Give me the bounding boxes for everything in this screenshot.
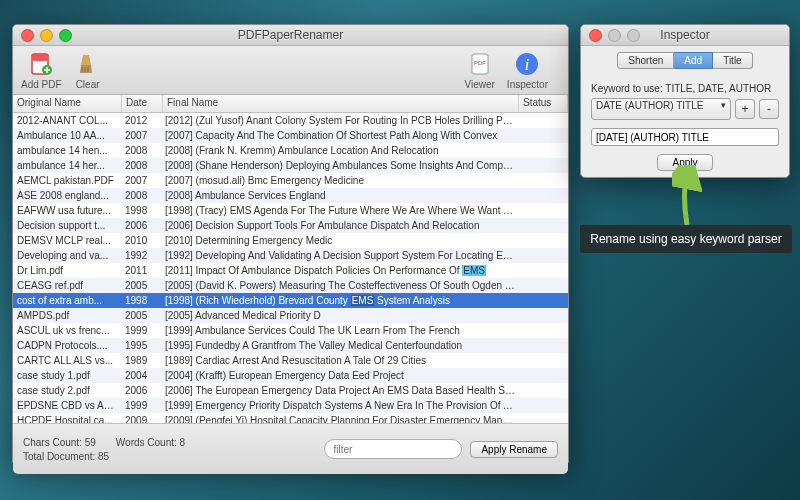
minus-button[interactable]: - — [759, 99, 779, 119]
chars-count: Chars Count: 59 — [23, 437, 96, 448]
table-row[interactable]: ambulance 14 her...2008[2008] (Shane Hen… — [13, 158, 568, 173]
svg-text:PDF: PDF — [474, 60, 486, 66]
cell-final: [2008] (Shane Henderson) Deploying Ambul… — [161, 159, 520, 172]
cell-original: Ambulance 10 AA... — [13, 129, 121, 142]
cell-date: 2010 — [121, 234, 161, 247]
cell-status — [520, 360, 568, 362]
add-pdf-label: Add PDF — [21, 79, 62, 90]
inspector-titlebar[interactable]: Inspector — [581, 25, 789, 46]
table-row[interactable]: ambulance 14 hen...2008[2008] (Frank N. … — [13, 143, 568, 158]
cell-date: 2008 — [121, 159, 161, 172]
cell-date: 2007 — [121, 174, 161, 187]
cell-final: [2008] (Frank N. Kremm) Ambulance Locati… — [161, 144, 520, 157]
table-row[interactable]: CADPN Protocols....1995[1995] Fundedby A… — [13, 338, 568, 353]
cell-final: [2007] (mosud.ali) Bmc Emergency Medicin… — [161, 174, 520, 187]
inspector-apply-button[interactable]: Apply — [657, 154, 712, 171]
cell-status — [520, 225, 568, 227]
table-row[interactable]: CARTC ALL ALS vs...1989[1989] Cardiac Ar… — [13, 353, 568, 368]
table-row[interactable]: 2012-ANANT COL...2012[2012] (Zul Yusof) … — [13, 113, 568, 128]
cell-status — [520, 180, 568, 182]
cell-date: 2009 — [121, 414, 161, 424]
apply-rename-button[interactable]: Apply Rename — [470, 441, 558, 458]
cell-original: AMPDS.pdf — [13, 309, 121, 322]
cell-final: [1989] Cardiac Arrest And Resuscitation … — [161, 354, 520, 367]
table-row[interactable]: CEASG ref.pdf2005[2005] (David K. Powers… — [13, 278, 568, 293]
cell-status — [520, 375, 568, 377]
cell-original: Decision support t... — [13, 219, 121, 232]
inspector-button[interactable]: i Inspector — [507, 50, 548, 90]
cell-original: AEMCL pakistan.PDF — [13, 174, 121, 187]
inspector-body: Keyword to use: TITLE, DATE, AUTHOR DATE… — [581, 75, 789, 179]
inspector-title: Inspector — [581, 28, 789, 42]
words-count: Words Count: 8 — [116, 437, 185, 448]
status-bar: Chars Count: 59 Words Count: 8 Total Doc… — [13, 424, 568, 474]
table-row[interactable]: case study 1.pdf2004[2004] (Krafft) Euro… — [13, 368, 568, 383]
table-row[interactable]: DEMSV MCLP real...2010[2010] Determining… — [13, 233, 568, 248]
table-row[interactable]: case study 2.pdf2006[2006] The European … — [13, 383, 568, 398]
cell-original: cost of extra amb... — [13, 294, 121, 307]
col-final[interactable]: Final Name — [163, 95, 519, 112]
cell-date: 2005 — [121, 309, 161, 322]
cell-date: 2012 — [121, 114, 161, 127]
table-row[interactable]: ASE 2008 england...2008[2008] Ambulance … — [13, 188, 568, 203]
cell-date: 1998 — [121, 294, 161, 307]
cell-final: [1999] Emergency Priority Dispatch Syste… — [161, 399, 520, 412]
cell-date: 2011 — [121, 264, 161, 277]
cell-original: CARTC ALL ALS vs... — [13, 354, 121, 367]
cell-status — [520, 390, 568, 392]
cell-final: [2005] Advanced Medical Priority D — [161, 309, 520, 322]
cell-status — [520, 405, 568, 407]
tab-title[interactable]: Title — [713, 52, 753, 69]
clear-label: Clear — [76, 79, 100, 90]
col-status[interactable]: Status — [519, 95, 568, 112]
cell-original: 2012-ANANT COL... — [13, 114, 121, 127]
format-input[interactable] — [591, 128, 779, 146]
cell-final: [2005] (David K. Powers) Measuring The C… — [161, 279, 520, 292]
cell-date: 1999 — [121, 324, 161, 337]
keyword-label: Keyword to use: TITLE, DATE, AUTHOR — [591, 83, 779, 94]
table-row[interactable]: AEMCL pakistan.PDF2007[2007] (mosud.ali)… — [13, 173, 568, 188]
table-row[interactable]: Dr Lim.pdf2011[2011] Impact Of Ambulance… — [13, 263, 568, 278]
cell-original: case study 1.pdf — [13, 369, 121, 382]
cell-date: 2008 — [121, 144, 161, 157]
table-row[interactable]: EPDSNE CBD vs AM...1999[1999] Emergency … — [13, 398, 568, 413]
cell-date: 2005 — [121, 279, 161, 292]
col-date[interactable]: Date — [122, 95, 163, 112]
cell-date: 1989 — [121, 354, 161, 367]
filter-input[interactable] — [324, 439, 462, 459]
format-select[interactable]: DATE (AUTHOR) TITLE — [591, 98, 731, 120]
table-row[interactable]: Ambulance 10 AA...2007[2007] Capacity An… — [13, 128, 568, 143]
pdf-viewer-icon: PDF — [466, 50, 494, 78]
col-original[interactable]: Original Name — [13, 95, 122, 112]
cell-original: ambulance 14 her... — [13, 159, 121, 172]
cell-status — [520, 195, 568, 197]
cell-final: [1998] (Tracy) EMS Agenda For The Future… — [161, 204, 520, 217]
cell-status — [520, 345, 568, 347]
table-row[interactable]: ASCUL uk vs frenc...1999[1999] Ambulance… — [13, 323, 568, 338]
cell-final: [2004] (Krafft) European Emergency Data … — [161, 369, 520, 382]
add-pdf-button[interactable]: Add PDF — [21, 50, 62, 90]
window-title: PDFPaperRenamer — [13, 28, 568, 42]
cell-status — [520, 285, 568, 287]
cell-date: 2006 — [121, 384, 161, 397]
cell-original: Developing and va... — [13, 249, 121, 262]
table-row[interactable]: HCPDE Hospital ca...2009[2009] (Pengfei … — [13, 413, 568, 424]
tab-shorten[interactable]: Shorten — [617, 52, 674, 69]
cell-status — [520, 315, 568, 317]
table-row[interactable]: AMPDS.pdf2005[2005] Advanced Medical Pri… — [13, 308, 568, 323]
table-row[interactable]: cost of extra amb...1998[1998] (Rich Wie… — [13, 293, 568, 308]
tab-add[interactable]: Add — [674, 52, 713, 69]
plus-button[interactable]: + — [735, 99, 755, 119]
table-body[interactable]: 2012-ANANT COL...2012[2012] (Zul Yusof) … — [13, 113, 568, 424]
table-row[interactable]: EAFWW usa future...1998[1998] (Tracy) EM… — [13, 203, 568, 218]
viewer-button[interactable]: PDF Viewer — [464, 50, 494, 90]
table-row[interactable]: Developing and va...1992[1992] Developin… — [13, 248, 568, 263]
cell-original: DEMSV MCLP real... — [13, 234, 121, 247]
table-row[interactable]: Decision support t...2006[2006] Decision… — [13, 218, 568, 233]
clear-button[interactable]: Clear — [74, 50, 102, 90]
cell-date: 1999 — [121, 399, 161, 412]
titlebar[interactable]: PDFPaperRenamer — [13, 25, 568, 46]
cell-date: 1992 — [121, 249, 161, 262]
inspector-tabs: Shorten Add Title — [581, 46, 789, 75]
cell-original: ambulance 14 hen... — [13, 144, 121, 157]
